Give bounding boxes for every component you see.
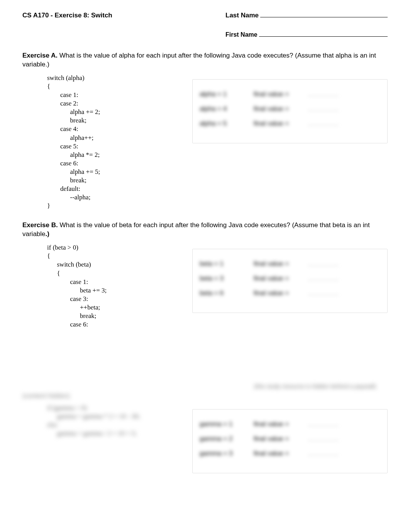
header-row: CS A170 - Exercise 8: Switch Last Name — [22, 12, 388, 22]
answer-input: beta = 1 — [200, 260, 254, 268]
answer-output-label: final value = — [254, 420, 308, 428]
answer-output-label: final value = — [254, 120, 308, 127]
exercise-c-prompt: (content hidden) — [22, 392, 388, 401]
exercise-a-code-col: switch (alpha) { case 1: case 2: alpha +… — [22, 74, 188, 211]
table-row: alpha = 5 final value = — [200, 120, 380, 127]
answer-output-label: final value = — [254, 275, 308, 282]
exercise-c-code-col: if (gamma > 0) gamma = gamma * 2 + 10 - … — [22, 404, 188, 438]
answer-output-label: final value = — [254, 260, 308, 268]
exercise-b-label: Exercise B. — [22, 221, 58, 229]
table-row: gamma = 1 final value = — [200, 420, 380, 428]
answer-input: gamma = 3 — [200, 450, 254, 457]
last-name-line: Last Name — [225, 12, 388, 19]
exercise-b-body: if (beta > 0) { switch (beta) { case 1: … — [22, 243, 388, 329]
table-row: gamma = 2 final value = — [200, 435, 380, 443]
answer-blank — [308, 105, 339, 111]
answer-input: gamma = 1 — [200, 420, 254, 428]
exercise-b-answer-box: beta = 1 final value = beta = 3 final va… — [192, 249, 388, 313]
answer-blank — [308, 435, 339, 441]
exercise-a-code: switch (alpha) { case 1: case 2: alpha +… — [47, 74, 188, 211]
exercise-b-answer-col: beta = 1 final value = beta = 3 final va… — [188, 243, 388, 313]
blurred-hint-row: (this study resource is hidden behind a … — [22, 383, 388, 389]
answer-output-label: final value = — [254, 450, 308, 457]
exercise-b-suffix: .) — [46, 230, 49, 238]
answer-input: beta = 3 — [200, 275, 254, 282]
exercise-c-answer-col: gamma = 1 final value = gamma = 2 final … — [188, 404, 388, 473]
answer-output-label: final value = — [254, 105, 308, 113]
exercise-a-label: Exercise A. — [22, 52, 58, 59]
exercise-a-prompt: Exercise A. What is the value of alpha f… — [22, 51, 388, 69]
table-row: alpha = 4 final value = — [200, 105, 380, 113]
last-name-label: Last Name — [225, 12, 259, 19]
first-name-label: First Name — [225, 31, 258, 38]
answer-output-label: final value = — [254, 90, 308, 98]
answer-input: gamma = 2 — [200, 435, 254, 443]
course-title: CS A170 - Exercise 8: Switch — [22, 12, 112, 19]
answer-input: alpha = 1 — [200, 90, 254, 98]
answer-blank — [308, 120, 339, 126]
exercise-c-code: if (gamma > 0) gamma = gamma * 2 + 10 - … — [47, 404, 188, 438]
exercise-a-text: What is the value of alpha for each inpu… — [22, 52, 376, 68]
exercise-b-code-col: if (beta > 0) { switch (beta) { case 1: … — [22, 243, 188, 329]
table-row: beta = 3 final value = — [200, 275, 380, 282]
header-right: Last Name — [225, 12, 388, 22]
table-row: alpha = 1 final value = — [200, 90, 380, 98]
first-name-row: First Name — [22, 31, 388, 41]
table-row: beta = 6 final value = — [200, 289, 380, 297]
answer-output-label: final value = — [254, 435, 308, 443]
exercise-a-body: switch (alpha) { case 1: case 2: alpha +… — [22, 74, 388, 211]
exercise-c-body: if (gamma > 0) gamma = gamma * 2 + 10 - … — [22, 404, 388, 473]
table-row: gamma = 3 final value = — [200, 450, 380, 457]
exercise-c-blurred: (this study resource is hidden behind a … — [22, 383, 388, 473]
answer-input: beta = 6 — [200, 289, 254, 297]
answer-blank — [308, 260, 339, 266]
exercise-a-answer-col: alpha = 1 final value = alpha = 4 final … — [188, 74, 388, 143]
first-name-line: First Name — [225, 31, 388, 38]
exercise-b-prompt: Exercise B. What is the value of beta fo… — [22, 221, 388, 239]
answer-output-label: final value = — [254, 289, 308, 297]
answer-blank — [308, 450, 339, 456]
first-name-blank — [259, 31, 388, 37]
exercise-b-code: if (beta > 0) { switch (beta) { case 1: … — [47, 243, 188, 329]
exercise-a-answer-box: alpha = 1 final value = alpha = 4 final … — [192, 79, 388, 143]
last-name-blank — [260, 12, 388, 17]
answer-blank — [308, 275, 339, 280]
answer-blank — [308, 90, 339, 96]
blurred-hint: (this study resource is hidden behind a … — [214, 383, 388, 389]
answer-blank — [308, 289, 339, 295]
exercise-b-text: What is the value of beta for each input… — [22, 221, 370, 238]
exercise-c-answer-box: gamma = 1 final value = gamma = 2 final … — [192, 409, 388, 473]
answer-input: alpha = 5 — [200, 120, 254, 127]
answer-input: alpha = 4 — [200, 105, 254, 113]
answer-blank — [308, 420, 339, 426]
document-page: CS A170 - Exercise 8: Switch Last Name F… — [0, 0, 410, 532]
table-row: beta = 1 final value = — [200, 260, 380, 268]
